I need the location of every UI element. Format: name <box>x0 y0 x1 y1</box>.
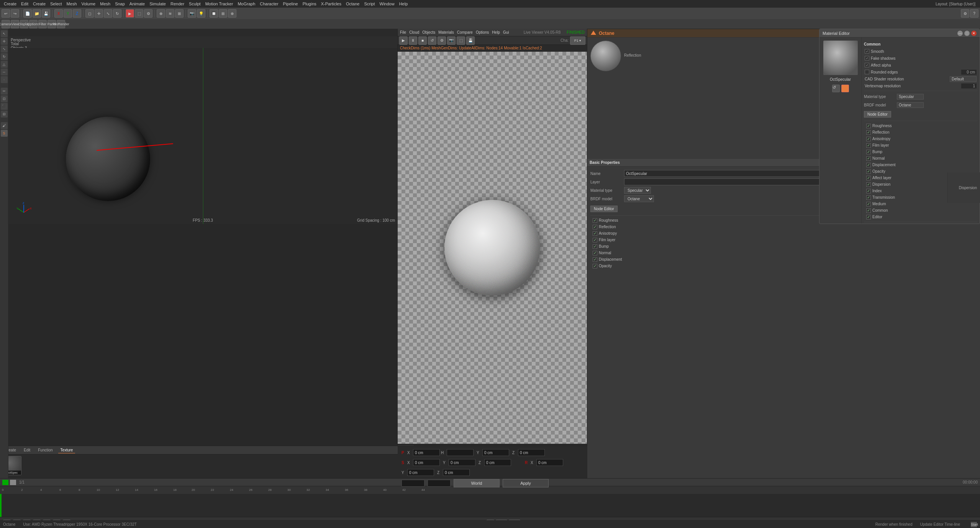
menu-script[interactable]: Script <box>362 1 377 7</box>
snap-btn[interactable]: 🔲 <box>210 9 218 18</box>
me-fake-shadows-check[interactable]: ✓ <box>865 56 869 60</box>
rx-input[interactable] <box>536 459 563 466</box>
lv-menu-options[interactable]: Options <box>476 30 489 34</box>
move-z-btn[interactable]: Z <box>73 9 81 18</box>
me-opacity-check[interactable]: ✓ <box>866 169 871 174</box>
me-bump-check[interactable]: ✓ <box>866 150 871 154</box>
bp-brdf-dropdown[interactable]: Octane Beckmann GGX <box>624 195 654 202</box>
axis-btn[interactable]: ⊕ <box>228 9 236 18</box>
grid-btn[interactable]: ⊞ <box>219 9 227 18</box>
point-icon[interactable]: · <box>1 76 8 83</box>
paint-icon[interactable]: 🖌 <box>1 122 8 129</box>
live-viewer-canvas[interactable] <box>398 52 587 444</box>
bp-displacement-check[interactable]: ✓ <box>593 257 597 262</box>
cam-persp-btn[interactable]: Cameras <box>2 20 10 28</box>
prorender-btn[interactable]: ProRender <box>57 20 65 28</box>
select-tool[interactable]: ◻ <box>85 9 94 18</box>
menu-create2[interactable]: Create <box>31 1 48 7</box>
ph-input[interactable] <box>447 449 474 456</box>
lv-menu-cloud[interactable]: Cloud <box>409 30 419 34</box>
camera-btn[interactable]: 📷 <box>188 9 196 18</box>
add-deform-btn[interactable]: ≋ <box>166 9 174 18</box>
bp-node-editor-btn[interactable]: Node Editor <box>590 206 618 212</box>
menu-octane[interactable]: Octane <box>344 1 362 7</box>
scale-icon[interactable]: ⤡ <box>1 46 8 52</box>
sy-input[interactable] <box>449 459 475 466</box>
move-tool[interactable]: ✛ <box>95 9 103 18</box>
edge-icon[interactable]: ─ <box>1 69 8 75</box>
menu-mesh[interactable]: Mesh <box>64 1 79 7</box>
add-gen-btn[interactable]: ⊞ <box>175 9 184 18</box>
lv-play-btn[interactable]: ▶ <box>399 36 408 45</box>
color-input[interactable] <box>428 480 451 487</box>
me-dispersion-check[interactable]: ✓ <box>866 182 871 187</box>
lv-menu-compare[interactable]: Compare <box>457 30 473 34</box>
rotate-tool[interactable]: ↻ <box>113 9 121 18</box>
menu-pipeline[interactable]: Pipeline <box>281 1 300 7</box>
open-btn[interactable]: 📁 <box>33 9 41 18</box>
menu-render[interactable]: Render <box>168 1 187 7</box>
reset-input[interactable] <box>402 480 424 487</box>
me-reflection-check[interactable]: ✓ <box>866 130 871 135</box>
lv-menu-materials[interactable]: Materials <box>438 30 454 34</box>
bp-roughness-check[interactable]: ✓ <box>593 218 597 223</box>
me-anisotropy-check[interactable]: ✓ <box>866 137 871 141</box>
me-transmission-check[interactable]: ✓ <box>866 195 871 200</box>
new-btn[interactable]: 📄 <box>23 9 32 18</box>
loop-icon[interactable]: ⊡ <box>1 95 8 102</box>
me-affect-alpha-check[interactable]: ✓ <box>865 63 869 67</box>
3d-canvas[interactable]: X Y Z <box>8 48 397 224</box>
me-displacement-check[interactable]: ✓ <box>866 163 871 167</box>
menu-animate[interactable]: Animate <box>127 1 147 7</box>
render-region-btn[interactable]: ⬚ <box>135 9 143 18</box>
mat-tab-edit[interactable]: Edit <box>21 447 33 453</box>
move-x-btn[interactable]: X <box>54 9 63 18</box>
lv-menu-help[interactable]: Help <box>492 30 500 34</box>
me-affect-layer-check[interactable]: ✓ <box>866 176 871 180</box>
settings-btn[interactable]: ⚙ <box>961 9 969 18</box>
bp-bump-check[interactable]: ✓ <box>593 244 597 249</box>
menu-motion-tracker[interactable]: Motion Tracker <box>203 1 236 7</box>
px-input[interactable] <box>413 449 440 456</box>
menu-mesh2[interactable]: Mesh <box>98 1 113 7</box>
bp-opacity-check[interactable]: ✓ <box>593 264 597 268</box>
menu-sculpt[interactable]: Sculpt <box>187 1 203 7</box>
mat-tab-function[interactable]: Function <box>36 447 55 453</box>
polygon-icon[interactable]: △ <box>1 61 8 68</box>
view-btn[interactable]: View <box>11 20 19 28</box>
lv-menu-gui[interactable]: Gui <box>503 30 509 34</box>
timeline-playhead[interactable] <box>0 494 2 517</box>
select-icon[interactable]: ↖ <box>1 30 8 37</box>
me-normal-check[interactable]: ✓ <box>866 156 871 161</box>
sculpt-icon[interactable]: S <box>1 130 8 137</box>
lv-pause-btn[interactable]: ⏸ <box>409 36 417 45</box>
knife-icon[interactable]: ✂ <box>1 88 8 95</box>
rz-input[interactable] <box>443 469 470 476</box>
menu-volume[interactable]: Volume <box>79 1 98 7</box>
pz-input[interactable] <box>518 449 545 456</box>
bp-reflection-check[interactable]: ✓ <box>593 225 597 229</box>
help-icon-btn[interactable]: ? <box>970 9 978 18</box>
me-editor-check[interactable]: ✓ <box>866 215 871 219</box>
menu-window[interactable]: Window <box>377 1 397 7</box>
py-input[interactable] <box>482 449 509 456</box>
me-filmlayer-check[interactable]: ✓ <box>866 143 871 148</box>
move-icon[interactable]: ✛ <box>1 38 8 45</box>
menu-edit[interactable]: Edit <box>19 1 31 7</box>
menu-create[interactable]: Create <box>2 1 19 7</box>
me-rounded-check[interactable] <box>865 70 869 74</box>
me-close-btn[interactable]: ✕ <box>971 31 977 36</box>
lv-channel-selector[interactable]: P1 ▾ <box>570 36 585 45</box>
me-common-check[interactable]: ✓ <box>866 208 871 213</box>
undo-btn[interactable]: ↩ <box>2 9 10 18</box>
perspective-viewport[interactable]: Perspective Total Objects 3 <box>8 36 397 224</box>
lv-reset-btn[interactable]: ↺ <box>428 36 436 45</box>
save-btn[interactable]: 💾 <box>42 9 50 18</box>
me-roughness-check[interactable]: ✓ <box>866 124 871 128</box>
me-mattype-dropdown[interactable]: Specular <box>897 94 924 100</box>
me-smooth-check[interactable]: ✓ <box>865 49 869 54</box>
ry-input[interactable] <box>407 469 434 476</box>
bp-anisotropy-check[interactable]: ✓ <box>593 231 597 236</box>
menu-help[interactable]: Help <box>397 1 410 7</box>
bp-normal-check[interactable]: ✓ <box>593 251 597 255</box>
